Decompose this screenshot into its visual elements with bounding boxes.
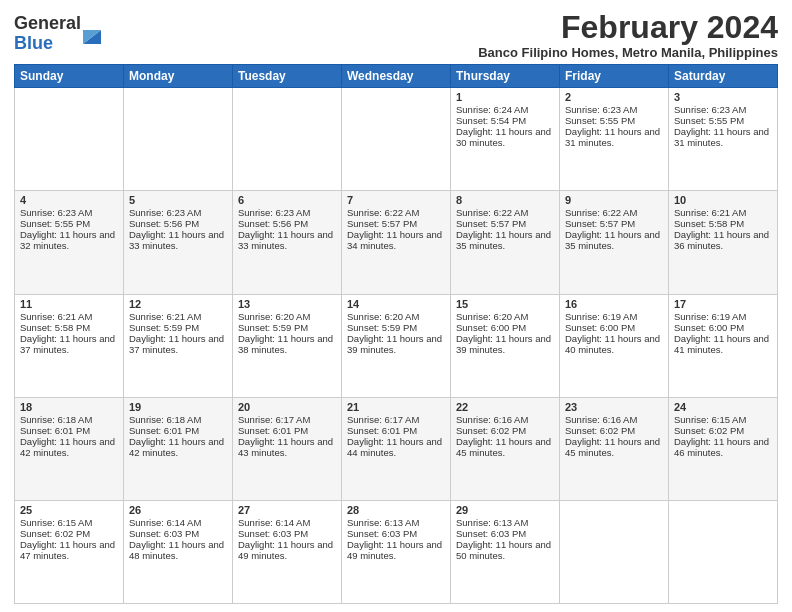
calendar-day-cell: 1Sunrise: 6:24 AMSunset: 5:54 PMDaylight… — [451, 88, 560, 191]
calendar-day-cell: 4Sunrise: 6:23 AMSunset: 5:55 PMDaylight… — [15, 191, 124, 294]
day-info-line: Sunrise: 6:14 AM — [238, 517, 336, 528]
day-info-line: Sunset: 6:01 PM — [238, 425, 336, 436]
day-info-line: Sunrise: 6:22 AM — [347, 207, 445, 218]
day-number: 25 — [20, 504, 118, 516]
calendar-day-cell: 26Sunrise: 6:14 AMSunset: 6:03 PMDayligh… — [124, 500, 233, 603]
day-number: 15 — [456, 298, 554, 310]
day-info-line: Sunrise: 6:17 AM — [238, 414, 336, 425]
day-number: 13 — [238, 298, 336, 310]
day-info-line: Sunrise: 6:18 AM — [20, 414, 118, 425]
day-info-line: Daylight: 11 hours and 39 minutes. — [347, 333, 445, 355]
calendar-day-cell: 9Sunrise: 6:22 AMSunset: 5:57 PMDaylight… — [560, 191, 669, 294]
day-info-line: Daylight: 11 hours and 38 minutes. — [238, 333, 336, 355]
day-number: 3 — [674, 91, 772, 103]
day-number: 29 — [456, 504, 554, 516]
calendar-table: SundayMondayTuesdayWednesdayThursdayFrid… — [14, 64, 778, 604]
day-number: 1 — [456, 91, 554, 103]
page: General Blue February 2024 Banco Filipin… — [0, 0, 792, 612]
day-info-line: Daylight: 11 hours and 44 minutes. — [347, 436, 445, 458]
day-info-line: Sunrise: 6:15 AM — [20, 517, 118, 528]
day-info-line: Sunset: 6:03 PM — [456, 528, 554, 539]
day-number: 11 — [20, 298, 118, 310]
weekday-header-friday: Friday — [560, 65, 669, 88]
day-info-line: Daylight: 11 hours and 35 minutes. — [456, 229, 554, 251]
day-info-line: Daylight: 11 hours and 49 minutes. — [347, 539, 445, 561]
calendar-week-row: 25Sunrise: 6:15 AMSunset: 6:02 PMDayligh… — [15, 500, 778, 603]
month-title: February 2024 — [478, 10, 778, 45]
day-info-line: Sunset: 5:57 PM — [565, 218, 663, 229]
calendar-day-cell: 15Sunrise: 6:20 AMSunset: 6:00 PMDayligh… — [451, 294, 560, 397]
calendar-day-cell: 17Sunrise: 6:19 AMSunset: 6:00 PMDayligh… — [669, 294, 778, 397]
day-number: 6 — [238, 194, 336, 206]
day-info-line: Sunset: 6:03 PM — [238, 528, 336, 539]
calendar-day-cell: 14Sunrise: 6:20 AMSunset: 5:59 PMDayligh… — [342, 294, 451, 397]
day-info-line: Sunset: 6:03 PM — [129, 528, 227, 539]
calendar-day-cell: 6Sunrise: 6:23 AMSunset: 5:56 PMDaylight… — [233, 191, 342, 294]
day-info-line: Daylight: 11 hours and 36 minutes. — [674, 229, 772, 251]
weekday-header-saturday: Saturday — [669, 65, 778, 88]
day-info-line: Sunset: 6:00 PM — [565, 322, 663, 333]
day-info-line: Daylight: 11 hours and 42 minutes. — [129, 436, 227, 458]
calendar-day-cell — [342, 88, 451, 191]
day-info-line: Sunrise: 6:20 AM — [347, 311, 445, 322]
day-info-line: Sunrise: 6:21 AM — [674, 207, 772, 218]
calendar-day-cell: 29Sunrise: 6:13 AMSunset: 6:03 PMDayligh… — [451, 500, 560, 603]
calendar-week-row: 1Sunrise: 6:24 AMSunset: 5:54 PMDaylight… — [15, 88, 778, 191]
calendar-day-cell: 23Sunrise: 6:16 AMSunset: 6:02 PMDayligh… — [560, 397, 669, 500]
calendar-week-row: 4Sunrise: 6:23 AMSunset: 5:55 PMDaylight… — [15, 191, 778, 294]
day-info-line: Daylight: 11 hours and 35 minutes. — [565, 229, 663, 251]
day-info-line: Sunrise: 6:15 AM — [674, 414, 772, 425]
day-info-line: Sunset: 6:01 PM — [347, 425, 445, 436]
day-info-line: Sunset: 6:00 PM — [456, 322, 554, 333]
day-info-line: Sunrise: 6:23 AM — [20, 207, 118, 218]
logo-icon — [83, 22, 101, 44]
day-info-line: Daylight: 11 hours and 48 minutes. — [129, 539, 227, 561]
day-info-line: Sunrise: 6:14 AM — [129, 517, 227, 528]
title-block: February 2024 Banco Filipino Homes, Metr… — [478, 10, 778, 60]
day-info-line: Sunrise: 6:13 AM — [347, 517, 445, 528]
weekday-header-row: SundayMondayTuesdayWednesdayThursdayFrid… — [15, 65, 778, 88]
day-info-line: Daylight: 11 hours and 32 minutes. — [20, 229, 118, 251]
day-number: 5 — [129, 194, 227, 206]
logo-text: General Blue — [14, 14, 81, 54]
calendar-day-cell: 13Sunrise: 6:20 AMSunset: 5:59 PMDayligh… — [233, 294, 342, 397]
day-info-line: Sunset: 6:01 PM — [129, 425, 227, 436]
weekday-header-thursday: Thursday — [451, 65, 560, 88]
day-info-line: Daylight: 11 hours and 34 minutes. — [347, 229, 445, 251]
day-info-line: Sunrise: 6:16 AM — [456, 414, 554, 425]
day-info-line: Daylight: 11 hours and 31 minutes. — [565, 126, 663, 148]
day-info-line: Sunset: 5:58 PM — [20, 322, 118, 333]
day-info-line: Sunset: 6:00 PM — [674, 322, 772, 333]
calendar-day-cell — [560, 500, 669, 603]
calendar-day-cell: 20Sunrise: 6:17 AMSunset: 6:01 PMDayligh… — [233, 397, 342, 500]
calendar-day-cell — [233, 88, 342, 191]
day-info-line: Sunrise: 6:23 AM — [238, 207, 336, 218]
logo-line2: Blue — [14, 33, 53, 53]
day-info-line: Daylight: 11 hours and 37 minutes. — [20, 333, 118, 355]
header: General Blue February 2024 Banco Filipin… — [14, 10, 778, 60]
day-info-line: Sunset: 6:02 PM — [565, 425, 663, 436]
day-info-line: Sunset: 5:59 PM — [238, 322, 336, 333]
day-info-line: Sunrise: 6:22 AM — [565, 207, 663, 218]
day-info-line: Sunset: 5:56 PM — [129, 218, 227, 229]
day-info-line: Sunset: 5:54 PM — [456, 115, 554, 126]
day-info-line: Sunset: 6:02 PM — [674, 425, 772, 436]
weekday-header-sunday: Sunday — [15, 65, 124, 88]
day-info-line: Sunrise: 6:20 AM — [456, 311, 554, 322]
day-info-line: Sunset: 5:57 PM — [347, 218, 445, 229]
day-info-line: Sunset: 5:57 PM — [456, 218, 554, 229]
calendar-day-cell: 27Sunrise: 6:14 AMSunset: 6:03 PMDayligh… — [233, 500, 342, 603]
day-number: 4 — [20, 194, 118, 206]
day-info-line: Sunset: 6:01 PM — [20, 425, 118, 436]
day-info-line: Daylight: 11 hours and 41 minutes. — [674, 333, 772, 355]
calendar-day-cell: 2Sunrise: 6:23 AMSunset: 5:55 PMDaylight… — [560, 88, 669, 191]
day-info-line: Sunrise: 6:23 AM — [565, 104, 663, 115]
calendar-day-cell: 7Sunrise: 6:22 AMSunset: 5:57 PMDaylight… — [342, 191, 451, 294]
day-info-line: Sunset: 5:55 PM — [565, 115, 663, 126]
logo: General Blue — [14, 14, 101, 54]
day-info-line: Sunrise: 6:21 AM — [20, 311, 118, 322]
calendar-day-cell: 3Sunrise: 6:23 AMSunset: 5:55 PMDaylight… — [669, 88, 778, 191]
day-info-line: Sunrise: 6:19 AM — [565, 311, 663, 322]
day-info-line: Sunset: 5:55 PM — [674, 115, 772, 126]
calendar-day-cell: 22Sunrise: 6:16 AMSunset: 6:02 PMDayligh… — [451, 397, 560, 500]
